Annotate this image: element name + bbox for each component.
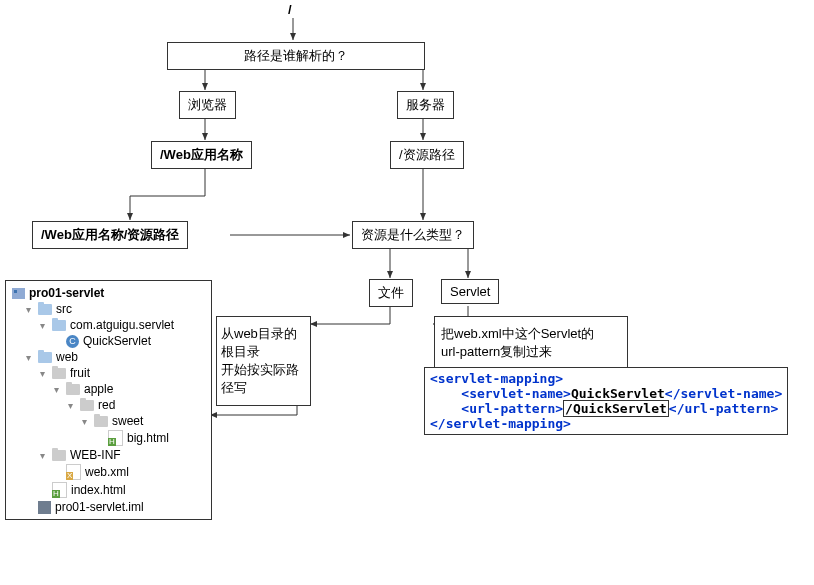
folder-icon — [38, 352, 52, 363]
chevron-down-icon: ▾ — [40, 450, 52, 461]
xml-code-panel: <servlet-mapping> <servlet-name>QuickSer… — [424, 367, 788, 435]
node-webapp-name: /Web应用名称 — [151, 141, 252, 169]
node-from-web-root-l1: 从web目录的根目录 — [221, 326, 297, 359]
tree-index-html-label: index.html — [71, 483, 126, 497]
node-server: 服务器 — [397, 91, 454, 119]
tree-web-label: web — [56, 350, 78, 364]
xml-open-servlet-mapping: <servlet-mapping> — [430, 371, 563, 386]
chevron-down-icon: ▾ — [26, 352, 38, 363]
tree-src: ▾src — [10, 301, 207, 317]
folder-icon — [38, 304, 52, 315]
xml-close-url-pattern: </url-pattern> — [669, 401, 779, 416]
tree-big-html-label: big.html — [127, 431, 169, 445]
chevron-down-icon: ▾ — [68, 400, 80, 411]
tree-iml-label: pro01-servlet.iml — [55, 500, 144, 514]
diagram-canvas: / 路径是谁解析的？ 浏览器 服务器 /Web应用名称 /资源路径 /Web应用… — [0, 0, 814, 585]
node-url-pattern-l1: 把web.xml中这个Servlet的 — [441, 326, 594, 341]
tree-fruit-label: fruit — [70, 366, 90, 380]
folder-icon — [52, 368, 66, 379]
tree-root: pro01-servlet — [10, 285, 207, 301]
tree-index-html: index.html — [10, 481, 207, 499]
xml-url-pattern-text: /QuickServlet — [563, 400, 669, 417]
tree-package: ▾com.atguigu.servlet — [10, 317, 207, 333]
tree-web: ▾web — [10, 349, 207, 365]
tree-class-label: QuickServlet — [83, 334, 151, 348]
chevron-down-icon: ▾ — [40, 320, 52, 331]
folder-icon — [94, 416, 108, 427]
chevron-down-icon: ▾ — [82, 416, 94, 427]
html-file-icon — [108, 430, 123, 446]
node-resource-type: 资源是什么类型？ — [352, 221, 474, 249]
tree-sweet-label: sweet — [112, 414, 143, 428]
folder-icon — [52, 450, 66, 461]
node-browser: 浏览器 — [179, 91, 236, 119]
node-file: 文件 — [369, 279, 413, 307]
class-icon: C — [66, 335, 79, 348]
tree-iml: pro01-servlet.iml — [10, 499, 207, 515]
tree-red-label: red — [98, 398, 115, 412]
tree-src-label: src — [56, 302, 72, 316]
node-from-web-root: 从web目录的根目录开始按实际路径写 — [216, 316, 311, 406]
code-line-4: </servlet-mapping> — [430, 416, 782, 431]
chevron-down-icon: ▾ — [40, 368, 52, 379]
tree-root-label: pro01-servlet — [29, 286, 104, 300]
node-path-parser: 路径是谁解析的？ — [167, 42, 425, 70]
xml-close-servlet-mapping: </servlet-mapping> — [430, 416, 571, 431]
folder-icon — [66, 384, 80, 395]
html-file-icon — [52, 482, 67, 498]
node-url-pattern-l2: url-pattern复制过来 — [441, 344, 552, 359]
tree-class: CQuickServlet — [10, 333, 207, 349]
xml-open-url-pattern: <url-pattern> — [461, 401, 563, 416]
code-line-3: <url-pattern>/QuickServlet</url-pattern> — [430, 401, 782, 416]
module-icon — [12, 288, 25, 299]
tree-web-xml-label: web.xml — [85, 465, 129, 479]
tree-fruit: ▾fruit — [10, 365, 207, 381]
tree-web-xml: web.xml — [10, 463, 207, 481]
xml-servlet-name-text: QuickServlet — [571, 386, 665, 401]
tree-web-inf-label: WEB-INF — [70, 448, 121, 462]
tree-red: ▾red — [10, 397, 207, 413]
node-url-pattern-desc: 把web.xml中这个Servlet的url-pattern复制过来 — [434, 316, 628, 370]
code-line-1: <servlet-mapping> — [430, 371, 782, 386]
root-slash: / — [288, 2, 292, 17]
node-from-web-root-l2: 开始按实际路径写 — [221, 362, 299, 395]
xml-file-icon — [66, 464, 81, 480]
xml-close-servlet-name: </servlet-name> — [665, 386, 782, 401]
node-resource-path: /资源路径 — [390, 141, 464, 169]
iml-file-icon — [38, 501, 51, 514]
tree-package-label: com.atguigu.servlet — [70, 318, 174, 332]
tree-web-inf: ▾WEB-INF — [10, 447, 207, 463]
chevron-down-icon: ▾ — [54, 384, 66, 395]
xml-open-servlet-name: <servlet-name> — [461, 386, 571, 401]
folder-icon — [80, 400, 94, 411]
folder-icon — [52, 320, 66, 331]
tree-apple-label: apple — [84, 382, 113, 396]
code-line-2: <servlet-name>QuickServlet</servlet-name… — [430, 386, 782, 401]
tree-big-html: big.html — [10, 429, 207, 447]
node-servlet: Servlet — [441, 279, 499, 304]
node-webapp-resource-path: /Web应用名称/资源路径 — [32, 221, 188, 249]
tree-apple: ▾apple — [10, 381, 207, 397]
project-tree-panel: pro01-servlet ▾src ▾com.atguigu.servlet … — [5, 280, 212, 520]
chevron-down-icon: ▾ — [26, 304, 38, 315]
tree-sweet: ▾sweet — [10, 413, 207, 429]
